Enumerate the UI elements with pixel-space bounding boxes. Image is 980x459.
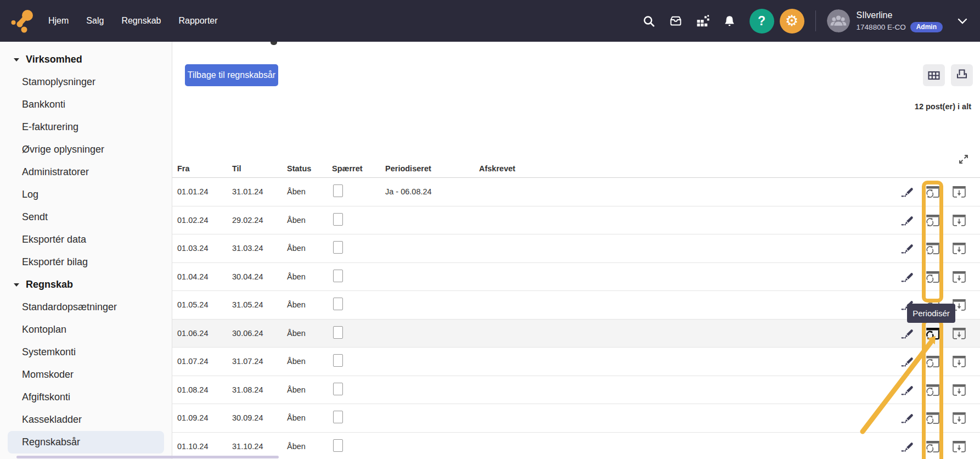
periodise-icon[interactable] [926,354,940,368]
notifications-bell-icon[interactable] [723,14,736,28]
column-header: Status [287,164,332,173]
spaerret-checkbox[interactable] [333,184,343,197]
spaerret-checkbox[interactable] [333,298,343,310]
nav-item-rapporter[interactable]: Rapporter [178,16,217,26]
nav-item-salg[interactable]: Salg [86,16,104,26]
cell-fra: 01.01.24 [177,187,232,196]
user-menu[interactable]: SIlverline 1748800 E-CO Admin [857,10,943,32]
periodise-icon[interactable] [926,439,940,454]
main-menu: HjemSalgRegnskabRapporter [48,16,218,26]
table-row[interactable]: 01.06.2430.06.24Åben [172,320,980,348]
sidebar-item[interactable]: Regnskabsår [8,431,164,454]
sidebar-section-header[interactable]: Regnskab [0,273,172,296]
table-row[interactable]: 01.04.2430.04.24Åben [172,263,980,292]
apps-grid-icon[interactable] [696,14,709,28]
edit-icon[interactable] [901,439,915,454]
column-header: Fra [177,164,232,173]
periodise-icon[interactable] [926,184,940,199]
inbox-icon[interactable] [669,14,683,28]
edit-icon[interactable] [901,326,915,340]
nav-item-hjem[interactable]: Hjem [48,16,69,26]
spaerret-checkbox[interactable] [333,241,343,254]
spaerret-checkbox[interactable] [333,326,343,339]
cell-status: Åben [287,413,332,422]
chevron-down-icon[interactable] [957,15,968,26]
navbar-divider [815,10,816,31]
cell-status: Åben [287,187,332,196]
afskriv-icon[interactable] [952,354,966,368]
afskriv-icon[interactable] [952,411,966,425]
cell-fra: 01.09.24 [177,413,232,422]
navbar-right-cluster: ? ⚙ SIlverline [629,9,968,33]
edit-icon[interactable] [901,270,915,284]
cell-spaerret [332,383,385,397]
help-button[interactable]: ? [750,9,774,33]
afskriv-icon[interactable] [952,241,966,255]
spaerret-checkbox[interactable] [333,354,343,367]
settings-button[interactable]: ⚙ [780,9,804,33]
periodise-icon[interactable] [926,411,940,425]
print-button[interactable] [951,64,973,86]
cell-spaerret [332,241,385,255]
edit-icon[interactable] [901,411,915,425]
periodise-icon[interactable] [926,270,940,284]
periodise-icon[interactable] [926,213,940,227]
spaerret-checkbox[interactable] [333,411,343,423]
spaerret-checkbox[interactable] [333,383,343,395]
table-row[interactable]: 01.07.2431.07.24Åben [172,348,980,376]
horizontal-scrollbar-thumb[interactable] [16,456,279,458]
cell-spaerret [332,411,385,425]
periodise-icon[interactable] [926,383,940,397]
row-actions [901,411,966,425]
table-row[interactable]: 01.03.2431.03.24Åben [172,234,980,263]
periodise-icon[interactable] [926,326,940,340]
table-row[interactable]: 01.02.2429.02.24Åben [172,206,980,235]
sidebar-item[interactable]: Bankkonti [0,93,172,116]
spaerret-checkbox[interactable] [333,439,343,452]
afskriv-icon[interactable] [952,270,966,284]
nav-item-regnskab[interactable]: Regnskab [121,16,161,26]
sidebar-item[interactable]: Standardopsætninger [0,296,172,318]
spaerret-checkbox[interactable] [333,213,343,226]
afskriv-icon[interactable] [952,184,966,199]
column-header: Afskrevet [479,164,901,173]
sidebar-item[interactable]: Log [0,183,172,206]
app-logo-icon[interactable] [11,8,35,33]
sidebar-item[interactable]: Eksportér bilag [0,251,172,273]
afskriv-icon[interactable] [952,383,966,397]
search-icon[interactable] [642,14,656,28]
sidebar-item[interactable]: Kontoplan [0,318,172,341]
periodise-icon[interactable] [926,241,940,255]
sidebar-item[interactable]: Sendt [0,206,172,228]
table-row[interactable]: 01.10.2431.10.24Åben [172,433,980,459]
afskriv-icon[interactable] [952,439,966,454]
edit-icon[interactable] [901,184,915,199]
sidebar-item[interactable]: Momskoder [0,363,172,386]
sidebar-item[interactable]: Kassekladder [0,408,172,431]
edit-icon[interactable] [901,354,915,368]
sidebar-item[interactable]: E-fakturering [0,116,172,138]
afskriv-icon[interactable] [952,326,966,340]
table-row[interactable]: 01.09.2430.09.24Åben [172,404,980,433]
edit-icon[interactable] [901,383,915,397]
spaerret-checkbox[interactable] [333,270,343,282]
table-row[interactable]: 01.05.2431.05.24Åben [172,291,980,320]
sidebar-item[interactable]: Afgiftskonti [0,386,172,408]
sidebar-item[interactable]: Administratorer [0,161,172,183]
sidebar-item[interactable]: Stamoplysninger [0,71,172,93]
sidebar-item[interactable]: Systemkonti [0,341,172,363]
edit-icon[interactable] [901,241,915,255]
table-row[interactable]: 01.08.2431.08.24Åben [172,376,980,405]
afskriv-icon[interactable] [952,213,966,227]
periodise-tooltip: Periodisér [907,304,955,323]
cell-fra: 01.04.24 [177,272,232,281]
back-to-fiscal-years-button[interactable]: Tilbage til regnskabsår [185,64,278,86]
table-row[interactable]: 01.01.2431.01.24ÅbenJa - 06.08.24 [172,178,980,206]
cell-status: Åben [287,244,332,253]
sidebar-section-header[interactable]: Virksomhed [0,48,172,71]
user-avatar[interactable] [827,9,850,32]
sidebar-item[interactable]: Øvrige oplysninger [0,138,172,161]
table-view-button[interactable] [923,64,945,86]
edit-icon[interactable] [901,213,915,227]
sidebar-item[interactable]: Eksportér data [0,228,172,251]
